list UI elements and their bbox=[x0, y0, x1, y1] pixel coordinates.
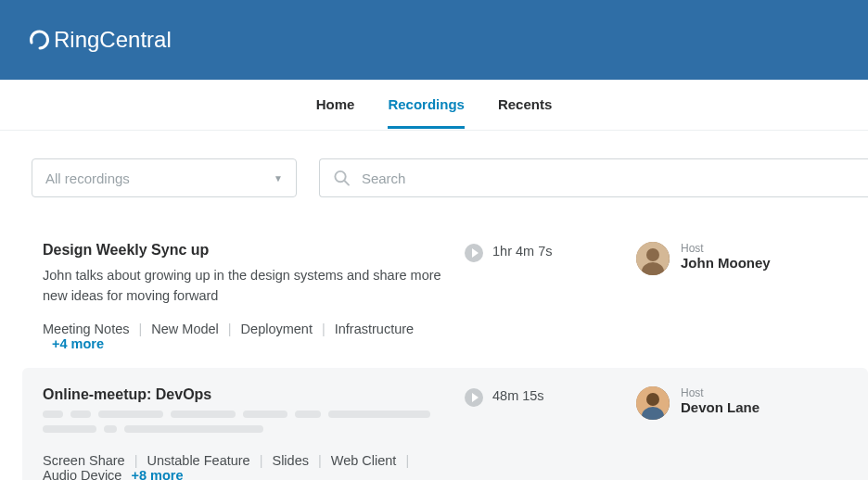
nav-recordings[interactable]: Recordings bbox=[388, 81, 465, 129]
search-icon bbox=[333, 169, 351, 187]
tag: Infrastructure bbox=[335, 322, 414, 336]
host-text: Host John Mooney bbox=[681, 242, 771, 271]
tags-more-link[interactable]: +8 more bbox=[121, 468, 183, 481]
tag: Meeting Notes bbox=[43, 322, 130, 336]
recording-title: Online-meetup: DevOps bbox=[43, 386, 465, 403]
tag-separator: | bbox=[125, 453, 147, 468]
recording-row[interactable]: Design Weekly Sync up John talks about g… bbox=[0, 223, 868, 368]
host-name: Devon Lane bbox=[681, 399, 760, 415]
ring-icon bbox=[28, 28, 52, 52]
play-icon[interactable] bbox=[465, 388, 483, 407]
recording-duration: 1hr 4m 7s bbox=[492, 244, 552, 259]
controls-row: All recordings ▼ bbox=[0, 131, 868, 197]
tag: Screen Share bbox=[43, 453, 125, 468]
tag: Web Client bbox=[331, 453, 397, 468]
tag: Unstable Feature bbox=[147, 453, 249, 468]
host-label: Host bbox=[681, 242, 771, 255]
tag-separator: | bbox=[309, 453, 331, 468]
host-name: John Mooney bbox=[681, 255, 771, 271]
main-nav: Home Recordings Recents bbox=[0, 80, 868, 131]
host-text: Host Devon Lane bbox=[681, 386, 760, 415]
brand-logo: RingCentral bbox=[28, 27, 172, 53]
nav-home[interactable]: Home bbox=[316, 81, 355, 129]
tag-separator: | bbox=[130, 322, 152, 336]
recording-duration-block: 48m 15s bbox=[465, 386, 636, 481]
recordings-list: Design Weekly Sync up John talks about g… bbox=[0, 197, 868, 480]
search-input[interactable] bbox=[362, 171, 855, 186]
app-header: RingCentral bbox=[0, 0, 868, 80]
recording-main: Online-meetup: DevOps Screen Share| Unst… bbox=[43, 386, 465, 481]
tag-separator: | bbox=[250, 453, 273, 468]
recording-title: Design Weekly Sync up bbox=[43, 242, 465, 259]
filter-selected-label: All recordings bbox=[45, 171, 130, 186]
tag-separator: | bbox=[396, 453, 418, 468]
svg-point-6 bbox=[646, 393, 659, 406]
avatar bbox=[636, 242, 670, 275]
search-box[interactable] bbox=[319, 158, 868, 197]
tag: Deployment bbox=[241, 322, 313, 336]
recording-tags: Meeting Notes| New Model| Deployment| In… bbox=[43, 322, 465, 351]
recording-description-placeholder bbox=[43, 411, 465, 433]
avatar bbox=[636, 386, 670, 420]
tags-more-link[interactable]: +4 more bbox=[43, 336, 104, 351]
tag: New Model bbox=[151, 322, 219, 336]
recording-duration: 48m 15s bbox=[492, 388, 544, 403]
svg-line-1 bbox=[344, 181, 349, 185]
tag-separator: | bbox=[313, 322, 335, 336]
filter-dropdown[interactable]: All recordings ▼ bbox=[32, 158, 297, 197]
recording-row[interactable]: Online-meetup: DevOps Screen Share| Unst… bbox=[22, 368, 868, 481]
tag: Slides bbox=[272, 453, 309, 468]
chevron-down-icon: ▼ bbox=[274, 173, 283, 183]
svg-point-3 bbox=[646, 248, 659, 261]
recording-host-block: Host Devon Lane bbox=[636, 386, 760, 481]
recording-host-block: Host John Mooney bbox=[636, 242, 771, 351]
recording-description: John talks about growing up in the desig… bbox=[43, 266, 441, 307]
recording-main: Design Weekly Sync up John talks about g… bbox=[43, 242, 465, 351]
tag-separator: | bbox=[219, 322, 241, 336]
nav-recents[interactable]: Recents bbox=[498, 81, 552, 129]
play-icon[interactable] bbox=[465, 244, 483, 262]
brand-text: RingCentral bbox=[54, 27, 172, 53]
tag: Audio Device bbox=[43, 468, 121, 481]
recording-duration-block: 1hr 4m 7s bbox=[465, 242, 636, 351]
host-label: Host bbox=[681, 386, 760, 399]
recording-tags: Screen Share| Unstable Feature| Slides| … bbox=[43, 453, 465, 481]
